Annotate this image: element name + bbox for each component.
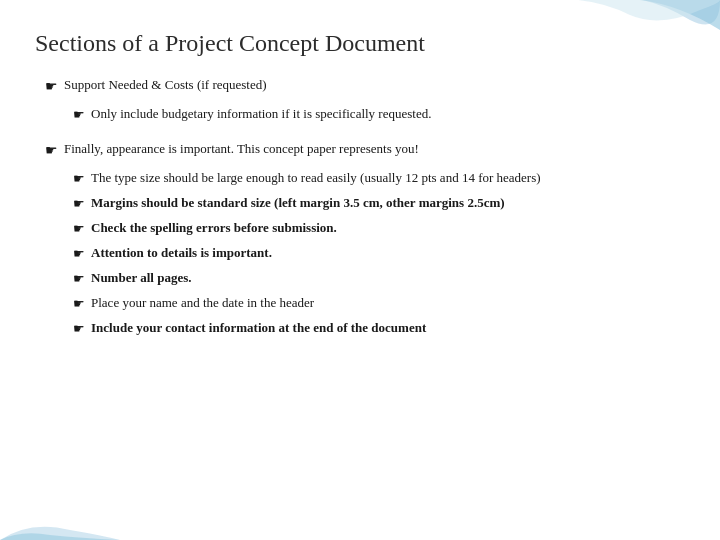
bullet-place-name: ☛ Place your name and the date in the he… bbox=[35, 293, 685, 314]
bullet-icon-type-size: ☛ bbox=[73, 169, 85, 189]
bullet-text-only-include: Only include budgetary information if it… bbox=[91, 104, 431, 124]
bullet-number: ☛ Number all pages. bbox=[35, 268, 685, 289]
bullet-text-include-contact: Include your contact information at the … bbox=[91, 318, 426, 338]
bullet-type-size: ☛ The type size should be large enough t… bbox=[35, 168, 685, 189]
bullet-text-finally: Finally, appearance is important. This c… bbox=[64, 139, 419, 159]
bullet-text-number: Number all pages. bbox=[91, 268, 192, 288]
slide-content: ☛ Support Needed & Costs (if requested) … bbox=[35, 75, 685, 340]
bullet-text-margins: Margins should be standard size (left ma… bbox=[91, 193, 505, 213]
bullet-icon-only-include: ☛ bbox=[73, 105, 85, 125]
slide-title: Sections of a Project Concept Document bbox=[35, 30, 685, 57]
bullet-text-place-name: Place your name and the date in the head… bbox=[91, 293, 314, 313]
bullet-icon-attention: ☛ bbox=[73, 244, 85, 264]
bullet-include-contact: ☛ Include your contact information at th… bbox=[35, 318, 685, 339]
bullet-icon-include-contact: ☛ bbox=[73, 319, 85, 339]
bullet-icon-margins: ☛ bbox=[73, 194, 85, 214]
bullet-margins: ☛ Margins should be standard size (left … bbox=[35, 193, 685, 214]
bullet-icon-check-spelling: ☛ bbox=[73, 219, 85, 239]
bullet-text-support: Support Needed & Costs (if requested) bbox=[64, 75, 267, 95]
bullet-finally: ☛ Finally, appearance is important. This… bbox=[35, 139, 685, 162]
bullet-text-check-spelling: Check the spelling errors before submiss… bbox=[91, 218, 337, 238]
deco-bottom-left bbox=[0, 480, 120, 540]
bullet-text-type-size: The type size should be large enough to … bbox=[91, 168, 541, 188]
bullet-icon-number: ☛ bbox=[73, 269, 85, 289]
bullet-support: ☛ Support Needed & Costs (if requested) bbox=[35, 75, 685, 98]
bullet-only-include: ☛ Only include budgetary information if … bbox=[35, 104, 685, 125]
bullet-attention: ☛ Attention to details is important. bbox=[35, 243, 685, 264]
bullet-icon-finally: ☛ bbox=[45, 140, 58, 162]
bullet-check-spelling: ☛ Check the spelling errors before submi… bbox=[35, 218, 685, 239]
bullet-text-attention: Attention to details is important. bbox=[91, 243, 272, 263]
bullet-icon-support: ☛ bbox=[45, 76, 58, 98]
slide: Sections of a Project Concept Document ☛… bbox=[0, 0, 720, 540]
bullet-icon-place-name: ☛ bbox=[73, 294, 85, 314]
